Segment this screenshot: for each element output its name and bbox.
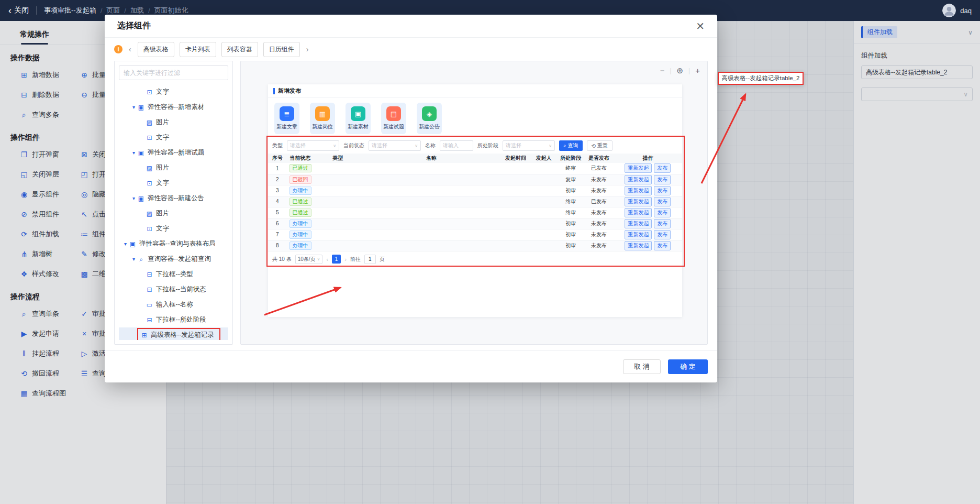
caret-down-icon[interactable]: ▾ <box>130 150 137 156</box>
zoom-in-icon[interactable]: + <box>695 67 700 74</box>
tree-item[interactable]: ▾▣弹性容器--新增试题 <box>119 145 228 160</box>
component-tab[interactable]: 高级表格 <box>138 42 174 57</box>
relaunch-button[interactable]: 重新发起 <box>625 208 652 217</box>
relaunch-button[interactable]: 重新发起 <box>625 175 652 184</box>
jump-page-input[interactable] <box>364 255 376 264</box>
empty-cell <box>362 207 501 218</box>
publish-button[interactable]: 发布 <box>654 163 671 173</box>
empty-cell <box>314 218 361 229</box>
new-question-icon: ▤ <box>386 106 401 121</box>
empty-cell <box>314 185 361 196</box>
filter-select[interactable]: 请选择∨ <box>287 140 339 151</box>
input-icon: ▭ <box>146 301 153 309</box>
relaunch-button[interactable]: 重新发起 <box>625 219 652 228</box>
user-avatar[interactable] <box>942 4 956 17</box>
preview-page-header: 新增发布 <box>268 84 682 98</box>
component-tab[interactable]: 日历组件 <box>263 42 300 57</box>
row-stage: 初审 <box>557 185 584 196</box>
component-tab[interactable]: 卡片列表 <box>180 42 216 57</box>
cancel-button[interactable]: 取 消 <box>623 359 661 374</box>
tree-item[interactable]: ⊡文字 <box>119 84 228 100</box>
caret-down-icon[interactable]: ▾ <box>130 104 137 110</box>
relaunch-button[interactable]: 重新发起 <box>625 230 652 239</box>
tree-item[interactable]: ▾▣弹性容器--新增素材 <box>119 100 228 115</box>
publish-button[interactable]: 发布 <box>654 230 671 239</box>
tree-item[interactable]: ▭输入框--名称 <box>119 297 228 312</box>
publish-button[interactable]: 发布 <box>654 186 671 195</box>
shortcut-card[interactable]: ▥新建岗位 <box>310 103 335 134</box>
breadcrumb-item[interactable]: 事项审批--发起箱 <box>44 6 96 15</box>
confirm-button[interactable]: 确 定 <box>668 359 708 374</box>
tree-item[interactable]: ⊞高级表格--发起箱记录 <box>119 327 228 340</box>
tree-item-inner: ▨图片 <box>146 163 169 172</box>
tree-item[interactable]: ▨图片 <box>119 115 228 130</box>
username: daq <box>960 7 972 15</box>
placeholder-text: 请选择 <box>372 142 387 149</box>
row-stage: 初审 <box>557 240 584 251</box>
relaunch-button[interactable]: 重新发起 <box>625 197 652 206</box>
close-page-button[interactable]: 关闭 <box>14 6 29 15</box>
current-page[interactable]: 1 <box>332 255 341 264</box>
page-size-select[interactable]: 10条/页 ∨ <box>295 255 323 264</box>
component-tree-panel: ⊡文字▾▣弹性容器--新增素材▨图片⊡文字▾▣弹性容器--新增试题▨图片⊡文字▾… <box>114 61 233 345</box>
publish-button[interactable]: 发布 <box>654 241 671 250</box>
tree-item-inner: ▨图片 <box>146 118 169 127</box>
filter-select[interactable]: 请选择∨ <box>503 140 555 151</box>
empty-cell <box>501 163 530 174</box>
relaunch-button[interactable]: 重新发起 <box>625 241 652 250</box>
tree-item-label: 下拉框--当前状态 <box>156 285 206 294</box>
caret-down-icon[interactable]: ▾ <box>130 256 137 262</box>
relaunch-button[interactable]: 重新发起 <box>625 186 652 195</box>
shortcut-card[interactable]: ≣新建文章 <box>274 103 299 134</box>
tree-item[interactable]: ⊟下拉框--所处阶段 <box>119 312 228 327</box>
relaunch-button[interactable]: 重新发起 <box>625 163 652 173</box>
container-icon: ▣ <box>137 195 145 202</box>
tree-item[interactable]: ⊡文字 <box>119 130 228 145</box>
breadcrumb-item[interactable]: 页面 <box>106 6 120 15</box>
publish-button[interactable]: 发布 <box>654 208 671 217</box>
tree-item-label: 高级表格--发起箱记录 <box>151 331 214 339</box>
caret-down-icon[interactable]: ▾ <box>122 241 129 247</box>
zoom-bar: − | ⊕ | + <box>660 67 700 74</box>
tree-item[interactable]: ▾▣弹性容器--查询与表格布局 <box>119 236 228 251</box>
shortcut-card[interactable]: ◈新建公告 <box>417 103 442 134</box>
reset-button[interactable]: ⟲重置 <box>587 140 612 151</box>
tree-item[interactable]: ⊟下拉框--当前状态 <box>119 282 228 297</box>
filter-select[interactable]: 请选择∨ <box>369 140 421 151</box>
row-stage: 初审 <box>557 229 584 240</box>
new-notice-icon: ◈ <box>422 106 437 121</box>
breadcrumb-item[interactable]: 页面初始化 <box>154 6 188 15</box>
image-icon: ▨ <box>146 165 153 172</box>
tree-item[interactable]: ▾▣弹性容器--新建公告 <box>119 191 228 206</box>
filter-input[interactable]: 请输入 <box>440 140 473 151</box>
tree-search-input[interactable] <box>119 65 228 80</box>
tree-item[interactable]: ▨图片 <box>119 160 228 176</box>
publish-button[interactable]: 发布 <box>654 197 671 206</box>
shortcut-card[interactable]: ▤新建试题 <box>381 103 406 134</box>
chevron-right-icon[interactable]: › <box>305 45 310 53</box>
breadcrumb-item[interactable]: 加载 <box>130 6 144 15</box>
row-status-cell: 办理中 <box>287 218 314 229</box>
close-icon[interactable]: ✕ <box>696 21 705 31</box>
tree-item[interactable]: ⊟下拉框--类型 <box>119 267 228 282</box>
zoom-fit-icon[interactable]: ⊕ <box>677 67 684 74</box>
select-component-modal: 选择组件 ✕ i ‹ 高级表格卡片列表列表容器日历组件 › ⊡文字▾▣弹性容器-… <box>105 15 717 382</box>
tree-item[interactable]: ▨图片 <box>119 206 228 221</box>
publish-button[interactable]: 发布 <box>654 219 671 228</box>
prev-page-icon[interactable]: ‹ <box>326 256 328 262</box>
next-page-icon[interactable]: › <box>344 256 347 262</box>
empty-cell <box>530 196 558 207</box>
caret-down-icon[interactable]: ▾ <box>130 195 137 201</box>
tree-item[interactable]: ⊡文字 <box>119 221 228 236</box>
back-icon[interactable]: ‹ <box>8 6 12 15</box>
component-tab[interactable]: 列表容器 <box>221 42 258 57</box>
query-button[interactable]: ⌕查询 <box>559 140 583 151</box>
tree-item[interactable]: ⊡文字 <box>119 176 228 191</box>
chevron-left-icon[interactable]: ‹ <box>128 45 132 53</box>
select-icon: ⊟ <box>146 271 153 278</box>
tree-item[interactable]: ▾⌕查询容器--发起箱查询 <box>119 251 228 267</box>
shortcut-card[interactable]: ▣新建素材 <box>346 103 371 134</box>
publish-button[interactable]: 发布 <box>654 175 671 184</box>
zoom-out-icon[interactable]: − <box>660 67 665 74</box>
breadcrumb-separator: / <box>124 7 126 15</box>
